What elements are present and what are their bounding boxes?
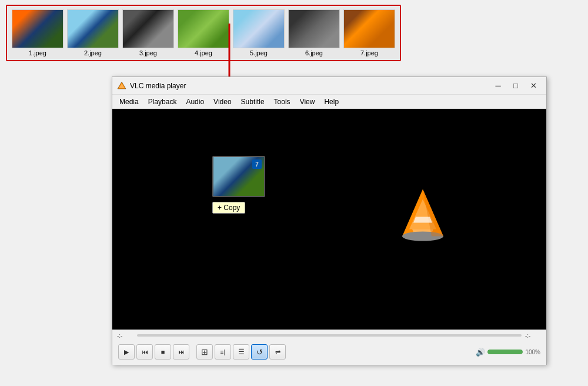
progress-area: -:- -:-	[117, 330, 542, 341]
close-button[interactable]: ✕	[525, 79, 542, 92]
window-title: VLC media player	[130, 82, 490, 90]
volume-icon: 🔊	[476, 348, 485, 357]
title-bar: VLC media player ─ □ ✕	[112, 77, 546, 95]
menu-bar: Media Playback Audio Video Subtitle Tool…	[112, 95, 546, 109]
volume-area: 🔊 100%	[476, 348, 540, 357]
menu-media[interactable]: Media	[115, 96, 143, 107]
copy-tooltip: + Copy	[212, 202, 245, 214]
vlc-icon	[117, 81, 126, 91]
window-controls: ─ □ ✕	[490, 79, 542, 92]
toggle-icon: ⊞	[201, 347, 208, 357]
thumbnail-strip: 1.jpeg 2.jpeg 3.jpeg 4.jpeg 5.jpeg 6.jpe…	[6, 5, 401, 61]
stop-button[interactable]: ■	[155, 344, 171, 360]
thumb-img-7	[343, 9, 395, 48]
menu-audio[interactable]: Audio	[181, 96, 209, 107]
shuffle-icon: ⇌	[275, 348, 280, 356]
maximize-button[interactable]: □	[507, 79, 524, 92]
progress-bar[interactable]	[137, 334, 522, 337]
thumb-img-5	[233, 9, 285, 48]
menu-video[interactable]: Video	[209, 96, 236, 107]
volume-percent: 100%	[525, 349, 540, 355]
thumb-img-2	[67, 9, 119, 48]
play-button[interactable]: ▶	[118, 344, 135, 360]
svg-marker-12	[413, 217, 432, 222]
menu-tools[interactable]: Tools	[269, 96, 295, 107]
time-right: -:-	[525, 332, 542, 339]
volume-fill	[487, 350, 523, 354]
control-bar: -:- -:- ▶ ⏮ ■ ⏭ ⊞ ≡| ☰ ↺ ⇌	[112, 330, 546, 365]
vlc-cone	[393, 186, 452, 252]
loop-icon: ↺	[256, 348, 263, 357]
thumb-label-1: 1.jpeg	[29, 49, 46, 56]
menu-playback[interactable]: Playback	[143, 96, 182, 107]
thumb-item-6[interactable]: 6.jpeg	[288, 9, 340, 56]
loop-button[interactable]: ↺	[251, 344, 268, 360]
thumb-item-2[interactable]: 2.jpeg	[67, 9, 119, 56]
drag-badge: 7	[252, 159, 262, 169]
minimize-button[interactable]: ─	[490, 79, 506, 92]
playlist-icon: ☰	[238, 348, 245, 356]
volume-bar[interactable]	[487, 350, 523, 354]
thumb-label-6: 6.jpeg	[305, 49, 323, 56]
thumb-label-2: 2.jpeg	[84, 49, 102, 56]
eq-icon: ≡|	[220, 349, 225, 355]
thumb-img-3	[122, 9, 174, 48]
vlc-window: VLC media player ─ □ ✕ Media Playback Au…	[112, 76, 547, 365]
thumb-label-3: 3.jpeg	[139, 49, 157, 56]
thumb-item-7[interactable]: 7.jpeg	[343, 9, 395, 56]
controls-row: ▶ ⏮ ■ ⏭ ⊞ ≡| ☰ ↺ ⇌ 🔊	[117, 341, 542, 363]
thumb-label-4: 4.jpeg	[195, 49, 212, 56]
menu-help[interactable]: Help	[319, 96, 343, 107]
toggle-button[interactable]: ⊞	[196, 344, 213, 360]
shuffle-button[interactable]: ⇌	[269, 344, 286, 360]
vlc-cone-svg	[393, 186, 452, 251]
thumb-label-7: 7.jpeg	[360, 49, 378, 56]
next-button[interactable]: ⏭	[173, 344, 189, 360]
thumb-img-4	[178, 9, 229, 48]
video-area: 7 + Copy	[112, 109, 546, 330]
thumb-item-5[interactable]: 5.jpeg	[233, 9, 285, 56]
thumb-img-1	[12, 9, 64, 48]
thumb-item-3[interactable]: 3.jpeg	[122, 9, 174, 56]
thumb-item-1[interactable]: 1.jpeg	[12, 9, 64, 56]
menu-view[interactable]: View	[295, 96, 320, 107]
equalizer-button[interactable]: ≡|	[215, 344, 231, 360]
thumb-item-4[interactable]: 4.jpeg	[178, 9, 229, 56]
menu-subtitle[interactable]: Subtitle	[236, 96, 269, 107]
thumb-label-5: 5.jpeg	[250, 49, 268, 56]
time-left: -:-	[117, 332, 133, 339]
drag-thumbnail: 7	[212, 156, 265, 197]
prev-button[interactable]: ⏮	[136, 344, 153, 360]
playlist-button[interactable]: ☰	[233, 344, 249, 360]
thumb-img-6	[288, 9, 340, 48]
